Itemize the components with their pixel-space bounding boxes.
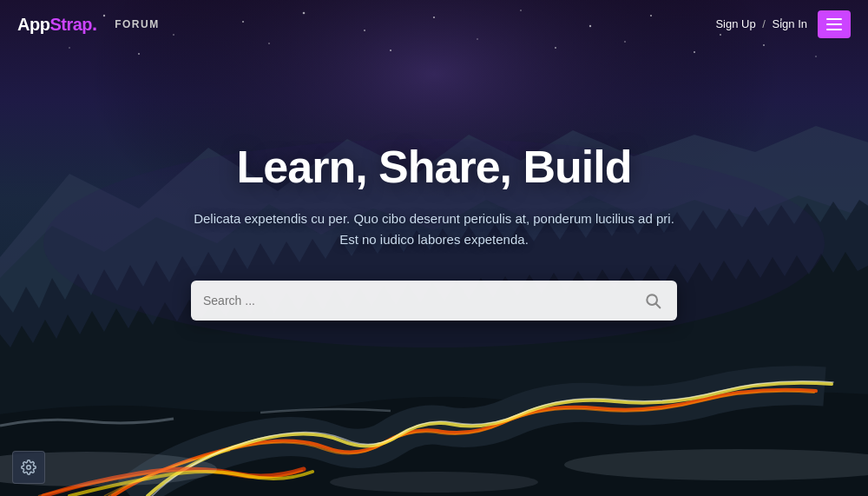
settings-button[interactable] [12, 451, 45, 484]
auth-links: Sign Up / Sign In [715, 17, 807, 30]
menu-bar-1 [826, 18, 842, 20]
auth-divider: / [762, 17, 766, 30]
hero-content: Learn, Share, Build Delicata expetendis … [0, 0, 868, 496]
logo: App Strap . [17, 13, 97, 36]
forum-link[interactable]: FORUM [115, 18, 160, 30]
hero-title: Learn, Share, Build [237, 141, 632, 193]
hero-subtitle: Delicata expetendis cu per. Quo cibo des… [191, 208, 677, 250]
navbar: App Strap . FORUM Sign Up / Sign In [0, 0, 868, 48]
menu-button[interactable] [818, 10, 851, 38]
logo-strap-text: Strap [49, 15, 92, 35]
svg-point-31 [27, 466, 31, 470]
signup-link[interactable]: Sign Up [715, 17, 755, 30]
signin-link[interactable]: Sign In [773, 17, 807, 30]
navbar-right: Sign Up / Sign In [715, 10, 851, 38]
search-bar [191, 281, 677, 321]
search-button[interactable] [641, 288, 665, 313]
menu-bar-3 [826, 29, 842, 30]
navbar-left: App Strap . FORUM [17, 13, 160, 36]
search-input[interactable] [203, 294, 641, 308]
gear-icon [21, 460, 36, 475]
search-icon [644, 292, 661, 309]
menu-bar-2 [826, 23, 842, 25]
logo-dot: . [92, 13, 97, 36]
logo-app-text: App [17, 15, 49, 35]
svg-line-30 [656, 304, 661, 308]
